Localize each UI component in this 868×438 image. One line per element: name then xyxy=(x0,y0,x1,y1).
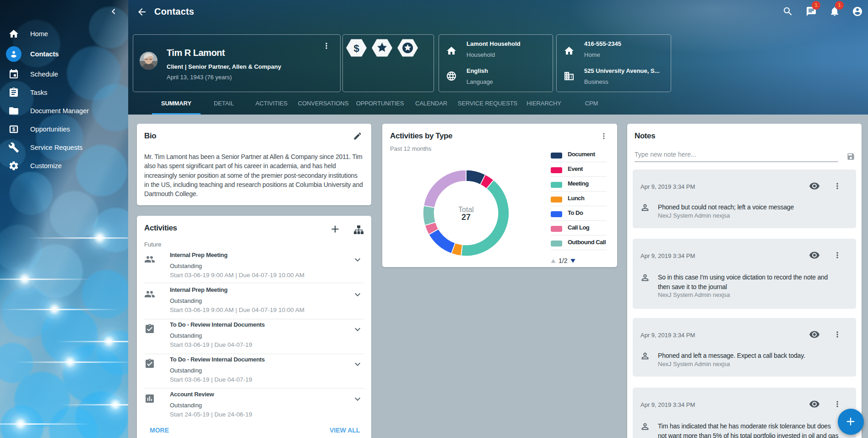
svg-text:$: $ xyxy=(353,43,359,54)
svg-text:$: $ xyxy=(12,126,16,132)
